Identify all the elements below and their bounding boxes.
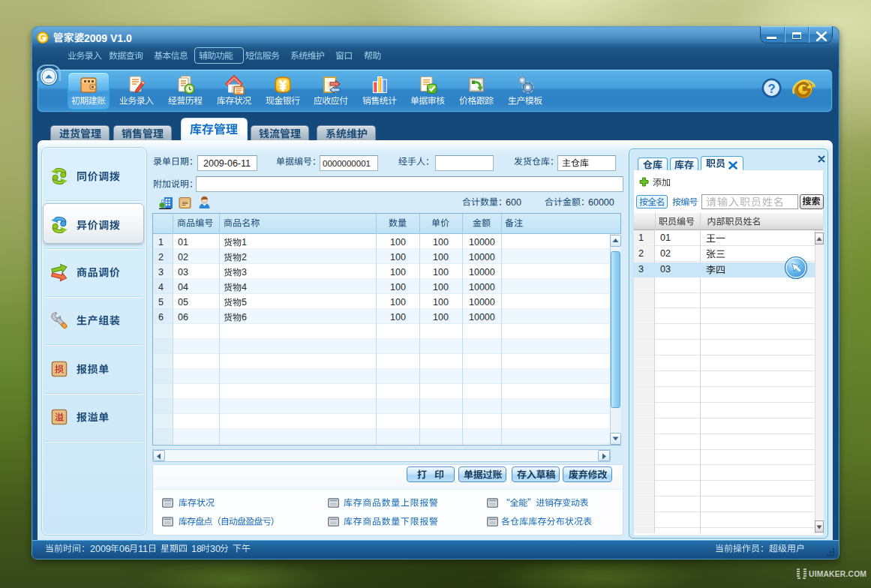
svg-text:?: ? — [767, 82, 775, 95]
